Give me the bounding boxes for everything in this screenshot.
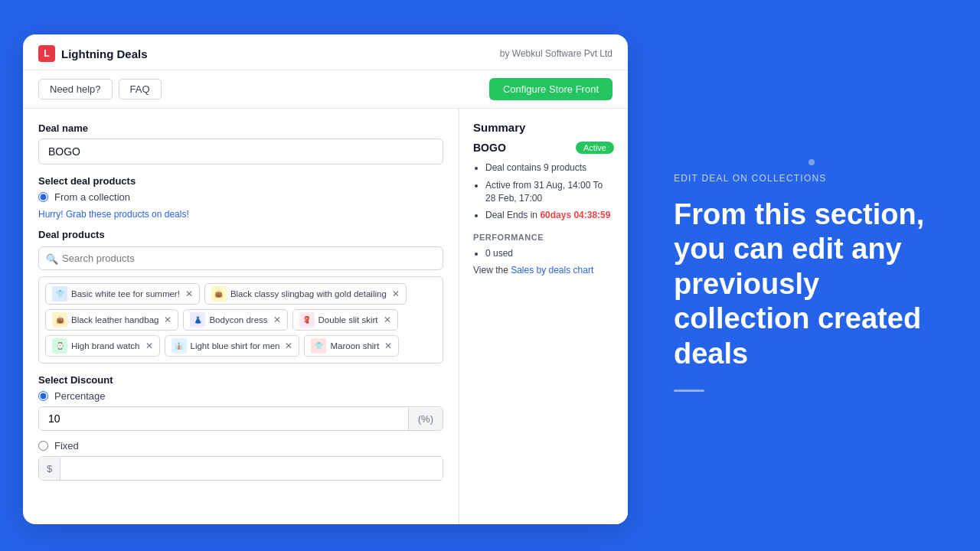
edit-headline: From this section, you can edit any prev… — [674, 197, 949, 372]
fixed-radio-option[interactable]: Fixed — [38, 440, 443, 452]
tag-slit-label: Double slit skirt — [318, 315, 378, 324]
summary-deal-row: BOGO Active — [473, 142, 614, 154]
tag-blueshirt-label: Light blue shirt for men — [191, 341, 280, 350]
summary-deal-name: BOGO — [473, 142, 506, 154]
edit-subtitle: EDIT DEAL ON COLLECTIONS — [674, 173, 827, 184]
app-title: Lightning Deals — [61, 47, 148, 60]
tag-watch-img: ⌚ — [52, 338, 67, 354]
deal-name-label: Deal name — [38, 122, 443, 134]
tag-tee-label: Basic white tee for summer! — [71, 289, 180, 298]
tag-bodycon-label: Bodycon dress — [209, 315, 267, 324]
white-divider — [674, 390, 704, 392]
tag-tee: 👕 Basic white tee for summer! ✕ — [45, 283, 200, 305]
select-discount-label: Select Discount — [38, 374, 443, 386]
search-box: 🔍 — [38, 246, 443, 270]
tag-leather-close[interactable]: ✕ — [164, 315, 172, 324]
deal-name-input[interactable] — [38, 139, 443, 165]
tag-watch-close[interactable]: ✕ — [145, 341, 153, 350]
tag-maroon-close[interactable]: ✕ — [384, 341, 392, 350]
faq-button[interactable]: FAQ — [119, 79, 162, 99]
percentage-input-wrap: (%) — [38, 406, 443, 431]
fixed-input[interactable] — [60, 457, 443, 480]
tag-maroon-label: Maroon shirt — [330, 341, 379, 350]
from-collection-radio[interactable] — [38, 192, 48, 202]
tag-blueshirt-close[interactable]: ✕ — [285, 341, 292, 350]
tag-maroon-img: 👕 — [311, 338, 326, 354]
summary-bullet-3: Deal Ends in 60days 04:38:59 — [485, 209, 614, 222]
view-chart-prefix: View the — [473, 265, 511, 276]
dot-indicator — [808, 159, 815, 165]
tag-slingbag: 👜 Black classy slingbag with gold detail… — [204, 283, 407, 305]
fixed-radio[interactable] — [38, 441, 48, 451]
view-chart-text: View the Sales by deals chart — [473, 265, 614, 276]
tag-slit: 🧣 Double slit skirt ✕ — [292, 309, 398, 331]
deal-ends-prefix: Deal Ends in — [485, 210, 540, 220]
nav-left: Need help? FAQ — [38, 79, 162, 99]
chart-link[interactable]: Sales by deals chart — [511, 265, 593, 276]
from-collection-label: From a collection — [54, 191, 130, 203]
tag-blueshirt: 👔 Light blue shirt for men ✕ — [165, 335, 300, 357]
tag-watch: ⌚ High brand watch ✕ — [45, 335, 160, 357]
fixed-label: Fixed — [54, 440, 79, 452]
search-icon: 🔍 — [46, 253, 58, 264]
tag-slingbag-img: 👜 — [211, 286, 227, 302]
app-logo: L Lightning Deals — [38, 45, 148, 62]
perf-bullet-1: 0 used — [485, 248, 614, 259]
tag-leather-label: Black leather handbag — [71, 315, 158, 324]
tag-watch-label: High brand watch — [71, 341, 140, 350]
percentage-radio[interactable] — [38, 391, 48, 401]
tag-maroon: 👕 Maroon shirt ✕ — [304, 335, 399, 357]
tag-leather-img: 👜 — [52, 312, 67, 328]
by-label: by Webkul Software Pvt Ltd — [500, 48, 612, 59]
summary-bullet-2: Active from 31 Aug, 14:00 To 28 Feb, 17:… — [485, 179, 614, 205]
top-bar: L Lightning Deals by Webkul Software Pvt… — [23, 34, 628, 70]
tag-slingbag-label: Black classy slingbag with gold detailin… — [230, 289, 387, 298]
right-panel: Summary BOGO Active Deal contains 9 prod… — [459, 109, 628, 524]
left-panel: Deal name Select deal products From a co… — [23, 109, 459, 524]
deal-ends-highlight: 60days 04:38:59 — [540, 210, 610, 220]
configure-store-front-button[interactable]: Configure Store Front — [489, 78, 612, 100]
tag-bodycon: 👗 Bodycon dress ✕ — [183, 309, 287, 331]
tag-slit-img: 🧣 — [299, 312, 315, 328]
performance-label: PERFORMANCE — [473, 233, 614, 242]
deal-products-radio-group: From a collection — [38, 191, 443, 203]
fixed-input-wrap: $ — [38, 456, 443, 481]
tag-blueshirt-img: 👔 — [172, 338, 187, 354]
right-side: EDIT DEAL ON COLLECTIONS From this secti… — [628, 159, 980, 393]
dollar-symbol: $ — [39, 458, 60, 480]
tag-tee-close[interactable]: ✕ — [185, 289, 193, 298]
summary-title: Summary — [473, 121, 614, 134]
tag-leather: 👜 Black leather handbag ✕ — [45, 309, 178, 331]
percentage-label: Percentage — [54, 390, 106, 402]
discount-section: Select Discount Percentage (%) Fixed $ — [38, 374, 443, 481]
percentage-radio-option[interactable]: Percentage — [38, 390, 443, 402]
select-deal-products-label: Select deal products — [38, 175, 443, 187]
promo-link[interactable]: Hurry! Grab these products on deals! — [38, 209, 443, 220]
tag-slingbag-close[interactable]: ✕ — [392, 289, 400, 298]
tags-container: 👕 Basic white tee for summer! ✕ 👜 Black … — [38, 276, 443, 364]
tag-bodycon-img: 👗 — [190, 312, 205, 328]
need-help-button[interactable]: Need help? — [38, 79, 113, 99]
logo-icon: L — [38, 45, 55, 62]
search-input[interactable] — [38, 246, 443, 270]
pct-symbol: (%) — [408, 408, 443, 430]
percentage-input[interactable] — [39, 407, 408, 430]
summary-bullet-1: Deal contains 9 products — [485, 161, 614, 174]
tag-tee-img: 👕 — [52, 286, 67, 302]
deal-products-label: Deal products — [38, 229, 443, 240]
main-card: L Lightning Deals by Webkul Software Pvt… — [23, 34, 628, 524]
tag-bodycon-close[interactable]: ✕ — [273, 315, 281, 324]
perf-list: 0 used — [473, 248, 614, 259]
tag-slit-close[interactable]: ✕ — [384, 315, 391, 324]
active-badge: Active — [576, 142, 614, 154]
content-area: Deal name Select deal products From a co… — [23, 109, 628, 524]
from-collection-option[interactable]: From a collection — [38, 191, 443, 203]
summary-list: Deal contains 9 products Active from 31 … — [473, 161, 614, 222]
nav-bar: Need help? FAQ Configure Store Front — [23, 70, 628, 109]
